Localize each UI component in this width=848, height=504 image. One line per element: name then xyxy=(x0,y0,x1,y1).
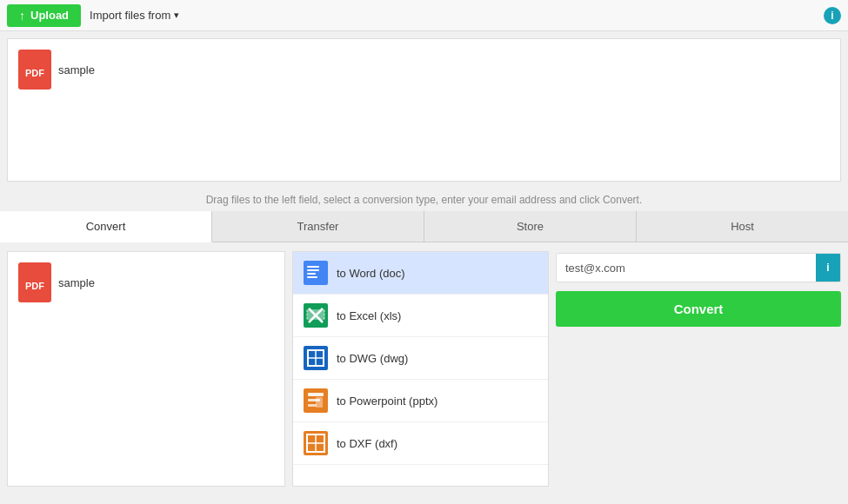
tab-host[interactable]: Host xyxy=(637,211,848,242)
pdf-icon-top: PDF xyxy=(18,50,51,90)
pdf-icon-main: PDF xyxy=(18,262,51,302)
info-icon-top[interactable]: i xyxy=(824,7,841,24)
dxf-icon xyxy=(304,431,328,455)
main-content: PDF sample to Word (doc) xyxy=(0,242,848,495)
svg-text:PDF: PDF xyxy=(25,68,44,78)
instruction-bar: Drag files to the left field, select a c… xyxy=(0,189,848,211)
conv-option-dxf[interactable]: to DXF (dxf) xyxy=(293,422,548,465)
file-drop-area: PDF sample xyxy=(7,38,841,182)
convert-button[interactable]: Convert xyxy=(556,291,841,327)
conv-label-dxf: to DXF (dxf) xyxy=(337,437,397,450)
conv-option-excel[interactable]: to Excel (xls) xyxy=(293,295,548,337)
svg-rect-8 xyxy=(307,276,317,278)
email-row: i xyxy=(556,253,841,282)
conv-option-powerpoint[interactable]: to Powerpoint (pptx) xyxy=(293,380,548,422)
svg-rect-4 xyxy=(304,261,328,285)
conv-label-dwg: to DWG (dwg) xyxy=(337,352,408,365)
svg-rect-20 xyxy=(308,393,324,396)
tab-transfer[interactable]: Transfer xyxy=(212,211,424,242)
word-icon xyxy=(304,261,328,285)
conv-option-dwg[interactable]: to DWG (dwg) xyxy=(293,337,548,380)
conv-label-pptx: to Powerpoint (pptx) xyxy=(337,395,437,408)
dwg-icon xyxy=(304,346,328,370)
svg-text:PDF: PDF xyxy=(25,281,44,291)
svg-rect-23 xyxy=(316,397,323,408)
conv-label-word: to Word (doc) xyxy=(337,267,405,280)
svg-rect-6 xyxy=(307,269,319,271)
conversion-list: to Word (doc) to Excel (xls) xyxy=(293,252,548,486)
svg-rect-7 xyxy=(307,273,316,275)
tab-store[interactable]: Store xyxy=(424,211,637,242)
info-icon-email[interactable]: i xyxy=(816,254,840,282)
email-input[interactable] xyxy=(557,255,816,282)
conversion-panel: to Word (doc) to Excel (xls) xyxy=(292,251,549,487)
upload-button[interactable]: Upload xyxy=(7,4,81,27)
file-item-main: PDF sample xyxy=(18,262,95,302)
tabs-bar: Convert Transfer Store Host xyxy=(0,211,848,242)
conv-label-excel: to Excel (xls) xyxy=(337,309,401,322)
svg-rect-22 xyxy=(308,404,317,407)
file-name-main: sample xyxy=(58,276,95,289)
action-panel: i Convert xyxy=(556,251,841,487)
conv-option-word[interactable]: to Word (doc) xyxy=(293,252,548,295)
import-files-button[interactable]: Import files from xyxy=(90,9,179,22)
powerpoint-icon xyxy=(304,388,328,413)
tab-convert[interactable]: Convert xyxy=(0,211,212,242)
svg-rect-5 xyxy=(307,266,319,268)
excel-icon xyxy=(304,303,328,328)
file-panel: PDF sample xyxy=(7,251,285,487)
file-item-top: PDF sample xyxy=(18,50,95,90)
instruction-text: Drag files to the left field, select a c… xyxy=(206,194,643,206)
top-bar: Upload Import files from i xyxy=(0,0,848,31)
file-name-top: sample xyxy=(58,63,95,76)
